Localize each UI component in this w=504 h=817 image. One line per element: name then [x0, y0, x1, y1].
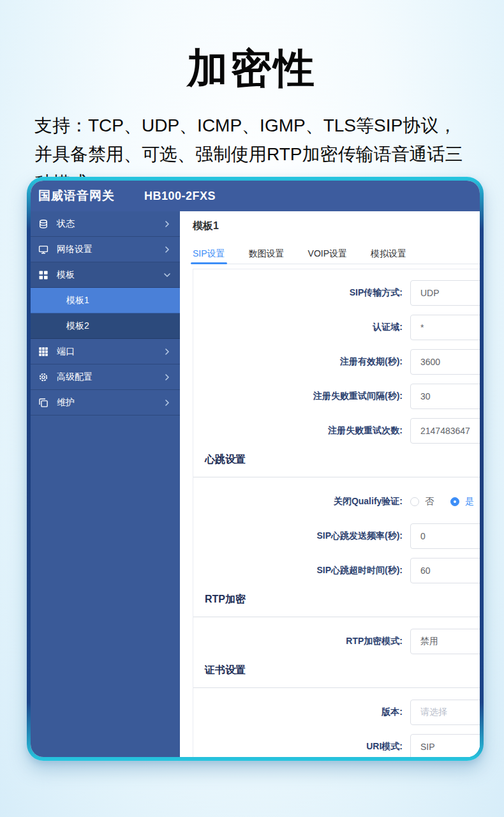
sidebar-item-label: 状态: [57, 218, 163, 230]
qualify-radio-group: 否 是: [410, 496, 474, 507]
chevron-right-icon: [163, 246, 171, 253]
form-row: RTP加密模式: 禁用: [193, 629, 480, 654]
sidebar-item-label: 端口: [57, 346, 163, 357]
ports-grid-icon: [38, 347, 48, 357]
sidebar-item-ports[interactable]: 端口: [31, 339, 180, 364]
field-label: 注册失败重试间隔(秒):: [193, 391, 405, 402]
field-label: 关闭Qualify验证:: [193, 496, 405, 507]
radio-icon: [410, 497, 419, 506]
monitor-icon: [38, 244, 48, 255]
brand-title: 国威语音网关: [38, 188, 115, 204]
tab-digitmap-settings[interactable]: 数图设置: [249, 248, 285, 259]
copy-icon: [38, 398, 48, 408]
field-label: 认证域:: [193, 322, 405, 333]
gateway-ui: 国威语音网关 HB100-2FXS 状态: [31, 181, 480, 757]
section-heading-rtp: RTP加密: [205, 592, 480, 606]
page-title: 加密性: [0, 41, 504, 96]
chevron-down-icon: [163, 271, 171, 279]
form-row: URI模式: SIP: [193, 734, 480, 757]
form-row: 关闭Qualify验证: 否 是: [193, 489, 480, 514]
heartbeat-freq-input[interactable]: 0: [410, 523, 480, 549]
sidebar-item-advanced[interactable]: 高级配置: [31, 364, 180, 390]
form-row: 版本: 请选择: [193, 700, 480, 725]
tab-sip-settings[interactable]: SIP设置: [193, 248, 225, 259]
form-row: SIP心跳发送频率(秒): 0: [193, 523, 480, 549]
field-label: 版本:: [193, 707, 405, 718]
device-model: HB100-2FXS: [144, 190, 216, 203]
sidebar-subitem-template2[interactable]: 模板2: [31, 313, 180, 339]
retry-interval-input[interactable]: 30: [410, 384, 480, 409]
field-label: 注册失败重试次数:: [193, 425, 405, 437]
sidebar-item-label: 高级配置: [57, 371, 163, 383]
sidebar-item-status[interactable]: 状态: [31, 211, 180, 237]
sidebar-item-network[interactable]: 网络设置: [31, 237, 180, 262]
sidebar-subitem-label: 模板1: [66, 295, 89, 306]
app-header: 国威语音网关 HB100-2FXS: [31, 181, 480, 211]
field-label: SIP心跳发送频率(秒):: [193, 530, 405, 542]
tab-analog-settings[interactable]: 模拟设置: [371, 248, 406, 259]
sidebar-item-label: 模板: [57, 269, 163, 281]
cert-version-select[interactable]: 请选择: [410, 700, 480, 725]
form-row: 注册失败重试次数: 2147483647: [193, 418, 480, 444]
form-row: 注册失败重试间隔(秒): 30: [193, 384, 480, 409]
section-heading-heartbeat: 心跳设置: [205, 453, 480, 467]
chevron-right-icon: [163, 399, 171, 407]
field-label: SIP传输方式:: [193, 287, 405, 299]
sidebar-item-template[interactable]: 模板: [31, 262, 180, 288]
main-content: 模板1 SIP设置 数图设置 VOIP设置 模拟设置 SIP传输方式: UDP …: [180, 211, 480, 757]
section-heading-certificate: 证书设置: [205, 663, 480, 677]
chevron-right-icon: [163, 373, 171, 381]
retry-count-input[interactable]: 2147483647: [410, 418, 480, 444]
chevron-right-icon: [163, 220, 171, 228]
sidebar-subitem-label: 模板2: [66, 320, 89, 332]
content-title: 模板1: [193, 220, 480, 232]
section-divider: [193, 687, 480, 688]
sidebar-item-maintenance[interactable]: 维护: [31, 390, 180, 416]
radio-option-no[interactable]: 否: [410, 496, 434, 507]
grid-icon: [38, 270, 48, 280]
form-row: SIP传输方式: UDP: [193, 280, 480, 306]
gear-icon: [38, 372, 48, 382]
sidebar-item-label: 维护: [57, 397, 163, 408]
settings-form: SIP传输方式: UDP 认证域: * 注册有效期(秒): 3600 注册失败重…: [193, 269, 480, 757]
tab-voip-settings[interactable]: VOIP设置: [308, 248, 347, 259]
form-row: 注册有效期(秒): 3600: [193, 349, 480, 375]
rtp-encrypt-mode-select[interactable]: 禁用: [410, 629, 480, 654]
field-label: 注册有效期(秒):: [193, 356, 405, 368]
sidebar-subitem-template1[interactable]: 模板1: [31, 288, 180, 313]
sip-transport-input[interactable]: UDP: [410, 280, 480, 306]
sidebar-item-label: 网络设置: [57, 244, 163, 255]
auth-domain-input[interactable]: *: [410, 315, 480, 340]
uri-mode-select[interactable]: SIP: [410, 734, 480, 757]
chevron-right-icon: [163, 348, 171, 356]
tab-bar: SIP设置 数图设置 VOIP设置 模拟设置: [193, 248, 480, 264]
radio-option-yes[interactable]: 是: [450, 496, 474, 507]
app-body: 状态 网络设置: [31, 211, 480, 757]
sidebar: 状态 网络设置: [31, 211, 180, 757]
heartbeat-timeout-input[interactable]: 60: [410, 558, 480, 583]
form-row: SIP心跳超时时间(秒): 60: [193, 558, 480, 583]
register-expiry-input[interactable]: 3600: [410, 349, 480, 375]
field-label: URI模式:: [193, 741, 405, 753]
database-icon: [38, 219, 48, 229]
section-divider: [193, 477, 480, 477]
section-divider: [193, 617, 480, 617]
radio-icon: [450, 497, 459, 506]
form-row: 认证域: *: [193, 315, 480, 340]
field-label: RTP加密模式:: [193, 636, 405, 647]
field-label: SIP心跳超时时间(秒):: [193, 565, 405, 576]
gateway-screenshot-card: 国威语音网关 HB100-2FXS 状态: [27, 177, 484, 761]
